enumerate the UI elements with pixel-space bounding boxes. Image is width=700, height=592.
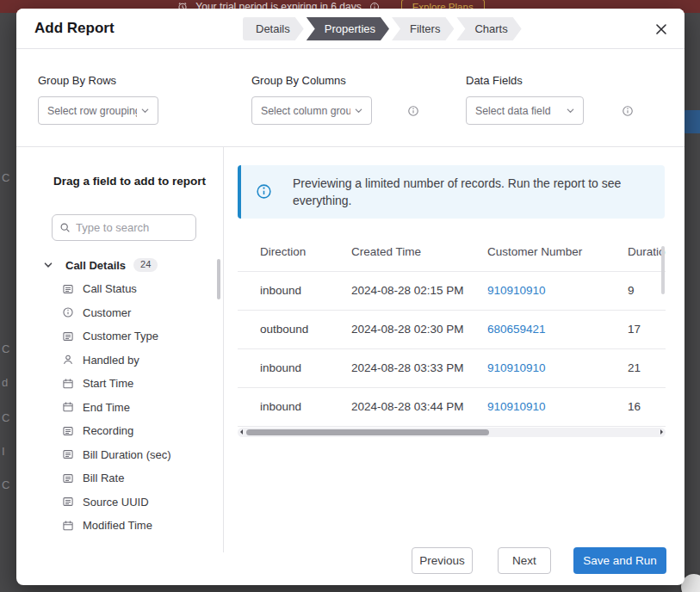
add-report-modal: Add Report DetailsPropertiesFiltersChart… <box>16 9 685 585</box>
calendar-icon <box>62 520 74 532</box>
list-icon <box>62 425 74 437</box>
scroll-right-icon[interactable] <box>660 429 663 435</box>
preview-info-alert: Previewing a limited number of records. … <box>238 165 665 219</box>
scroll-left-icon[interactable] <box>240 429 243 435</box>
search-input[interactable] <box>76 221 189 234</box>
field-item[interactable]: Modified Time <box>16 514 218 538</box>
info-icon <box>256 183 272 200</box>
field-label: Customer Type <box>83 330 158 342</box>
background-button-fragment <box>683 110 700 133</box>
table-cell: inbound <box>238 348 329 387</box>
table-row: inbound2024-08-28 03:44 PM91091091016 <box>238 387 666 426</box>
close-button[interactable] <box>650 18 672 40</box>
customer-number-link[interactable]: 910910910 <box>487 400 546 413</box>
field-label: Recording <box>83 424 133 437</box>
field-item[interactable]: Bill Rate <box>16 466 218 490</box>
select-value: Select row grouping... <box>47 105 137 117</box>
field-item[interactable]: End Time <box>16 396 218 420</box>
search-box[interactable] <box>52 214 196 241</box>
table-cell: 2024-08-28 03:33 PM <box>329 348 465 387</box>
info-icon[interactable] <box>407 105 419 117</box>
list-icon <box>62 472 74 484</box>
info-icon[interactable] <box>622 105 634 117</box>
close-icon <box>655 23 667 35</box>
modal-title: Add Report <box>34 20 115 37</box>
field-label: Call Status <box>83 282 137 295</box>
calendar-icon <box>62 401 74 413</box>
group-by-rows-label: Group By Rows <box>38 74 158 87</box>
background-text-fragment: C <box>2 342 9 355</box>
table-cell: 2024-08-28 02:30 PM <box>329 310 465 348</box>
group-by-columns-select[interactable]: Select column grou... <box>251 96 372 125</box>
table-body: inbound2024-08-28 02:15 PM9109109109outb… <box>238 271 666 426</box>
next-button[interactable]: Next <box>498 547 551 574</box>
step-details[interactable]: Details <box>243 17 304 40</box>
field-item[interactable]: Recording <box>16 419 218 443</box>
table-cell: inbound <box>238 271 329 310</box>
chevron-down-icon <box>354 106 363 115</box>
field-item[interactable]: Handled by <box>16 348 218 373</box>
background-text-fragment: d <box>2 376 8 389</box>
table-cell: 17 <box>605 310 666 348</box>
table-row: outbound2024-08-28 02:30 PM68065942117 <box>238 310 666 348</box>
group-by-rows-select[interactable]: Select row grouping... <box>38 96 158 125</box>
field-item[interactable]: Start Time <box>16 372 218 396</box>
field-label: End Time <box>83 401 130 414</box>
step-properties[interactable]: Properties <box>307 17 389 40</box>
group-by-rows-field: Group By Rows Select row grouping... <box>38 74 158 125</box>
field-label: Start Time <box>83 377 133 390</box>
customer-number-link[interactable]: 680659421 <box>487 323 546 336</box>
table-vertical-scrollbar[interactable] <box>661 246 665 294</box>
table-cell: 9 <box>605 271 666 310</box>
field-item[interactable]: Bill Duration (sec) <box>16 443 218 467</box>
modal-header: Add Report DetailsPropertiesFiltersChart… <box>16 9 685 49</box>
table-header-row: DirectionCreated TimeCustomer NumberDura… <box>238 232 666 271</box>
customer-number-link[interactable]: 910910910 <box>487 284 546 297</box>
field-group-label: Call Details <box>65 259 126 272</box>
table-cell: 2024-08-28 02:15 PM <box>329 271 465 310</box>
field-group-header[interactable]: Call Details 24 <box>43 258 158 272</box>
table-cell: 2024-08-28 03:44 PM <box>329 387 465 426</box>
save-and-run-button[interactable]: Save and Run <box>573 547 666 574</box>
data-fields-select[interactable]: Select data field <box>466 96 584 125</box>
table-cell: 21 <box>605 348 666 387</box>
field-label: Modified Time <box>83 519 152 532</box>
field-item[interactable]: Customer Type <box>16 324 218 348</box>
background-text-fragment: C <box>2 171 9 184</box>
column-header: Duration ( <box>605 232 666 271</box>
screen: Your trial period is expiring in 6 days … <box>0 0 700 592</box>
table-horizontal-scrollbar[interactable] <box>238 428 666 437</box>
preview-table: DirectionCreated TimeCustomer NumberDura… <box>238 232 666 427</box>
scrollbar-thumb[interactable] <box>246 429 489 435</box>
list-icon <box>62 330 74 342</box>
stepper: DetailsPropertiesFiltersCharts <box>243 17 524 40</box>
field-item[interactable]: Call Status <box>16 277 218 301</box>
column-header: Customer Number <box>465 232 605 271</box>
calendar-icon <box>62 378 74 390</box>
data-fields-field: Data Fields Select data field <box>466 74 584 125</box>
field-label: Bill Rate <box>83 472 124 484</box>
circle-info-icon <box>62 306 74 318</box>
field-count-badge: 24 <box>133 258 158 272</box>
step-charts[interactable]: Charts <box>456 17 521 40</box>
background-text-fragment: C <box>2 478 9 491</box>
customer-number-link[interactable]: 910910910 <box>487 361 546 374</box>
table-cell: inbound <box>238 387 329 426</box>
select-value: Select data field <box>475 105 551 117</box>
previous-button[interactable]: Previous <box>412 547 473 574</box>
table-row: inbound2024-08-28 02:15 PM9109109109 <box>238 271 666 310</box>
group-by-columns-field: Group By Columns Select column grou... <box>251 74 372 125</box>
alert-text: Previewing a limited number of records. … <box>293 175 658 209</box>
field-item[interactable]: Source UUID <box>16 490 218 515</box>
chevron-down-icon <box>43 260 53 270</box>
list-icon <box>62 283 74 295</box>
column-header: Direction <box>238 232 329 271</box>
field-label: Customer <box>83 306 131 319</box>
step-filters[interactable]: Filters <box>392 17 454 40</box>
fields-scrollbar[interactable] <box>217 259 220 299</box>
field-label: Handled by <box>83 354 139 367</box>
field-item[interactable]: Customer <box>16 301 218 325</box>
fields-panel-heading: Drag a field to add to report <box>53 175 206 188</box>
table-cell: 910910910 <box>465 348 605 387</box>
data-fields-label: Data Fields <box>466 74 584 87</box>
